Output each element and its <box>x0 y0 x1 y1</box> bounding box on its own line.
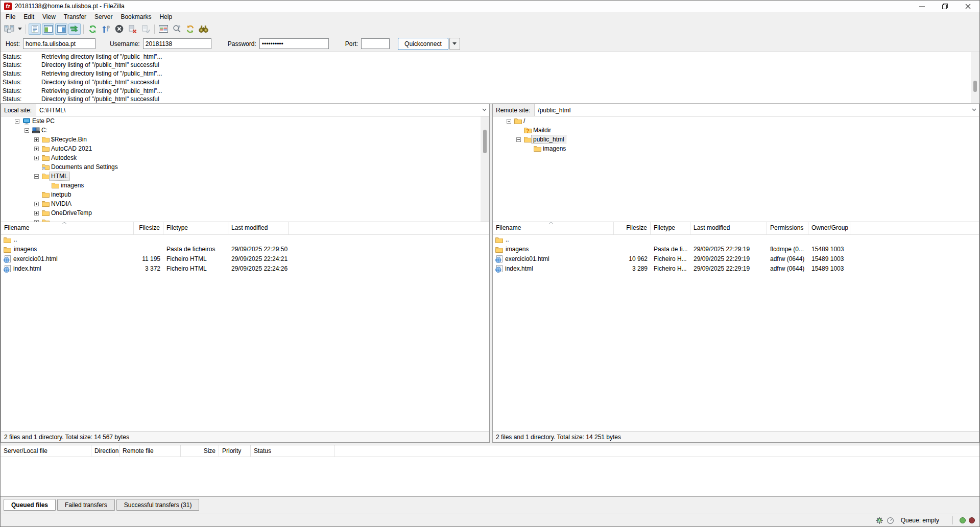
file-row-blank[interactable]: .. <box>493 235 979 245</box>
tree-item-blank[interactable] <box>1 218 489 222</box>
tree-item-recycle-bin[interactable]: $Recycle.Bin <box>1 135 489 144</box>
cancel-operation-button[interactable] <box>113 23 125 35</box>
queue-column-direction[interactable]: Direction <box>91 445 119 457</box>
column-header-filetype[interactable]: Filetype <box>163 222 228 234</box>
refresh-button[interactable] <box>86 23 99 35</box>
file-row-index-html[interactable]: index.html3 289Ficheiro H...29/09/2025 2… <box>493 264 979 274</box>
quickconnect-dropdown[interactable] <box>449 38 460 50</box>
file-filler-cell <box>850 245 979 254</box>
queue-column-server-local-file[interactable]: Server/Local file <box>1 445 91 457</box>
password-input[interactable] <box>259 38 329 49</box>
tree-item-c[interactable]: C: <box>1 126 489 135</box>
host-input[interactable] <box>23 38 95 49</box>
quickconnect-button[interactable]: Quickconnect <box>398 38 448 50</box>
cancel-icon <box>115 25 124 33</box>
column-header-owner-group[interactable]: Owner/Group <box>808 222 850 234</box>
expand-icon[interactable] <box>34 211 39 215</box>
local-tree-scrollbar-thumb[interactable] <box>483 130 487 153</box>
tab-queued-files[interactable]: Queued files <box>4 499 56 511</box>
file-row-imagens[interactable]: imagensPasta de ficheiros29/09/2025 22:2… <box>1 245 489 254</box>
queue-column-status[interactable]: Status <box>251 445 335 457</box>
tree-item-html[interactable]: HTML <box>1 172 489 181</box>
tab-successful-transfers-31[interactable]: Successful transfers (31) <box>116 499 200 511</box>
menu-edit[interactable]: Edit <box>19 12 38 21</box>
column-header-filesize[interactable]: Filesize <box>614 222 651 234</box>
menu-bookmarks[interactable]: Bookmarks <box>116 12 155 21</box>
queue-column-priority[interactable]: Priority <box>219 445 251 457</box>
expand-icon[interactable] <box>34 147 39 151</box>
queue-column-remote-file[interactable]: Remote file <box>119 445 181 457</box>
folder-icon <box>495 237 503 243</box>
site-manager-dropdown[interactable] <box>16 23 23 35</box>
menu-transfer[interactable]: Transfer <box>60 12 90 21</box>
toggle-local-tree-button[interactable] <box>42 23 54 35</box>
column-header-last-modified[interactable]: Last modified <box>690 222 767 234</box>
minimize-button[interactable] <box>911 1 934 12</box>
menu-view[interactable]: View <box>38 12 60 21</box>
tab-failed-transfers[interactable]: Failed transfers <box>57 499 115 511</box>
tree-item-public-html[interactable]: public_html <box>493 135 979 144</box>
tree-item-onedrivetemp[interactable]: OneDriveTemp <box>1 208 489 218</box>
directory-comparison-button[interactable] <box>157 23 170 35</box>
expand-icon[interactable] <box>34 202 39 206</box>
tree-item-este-pc[interactable]: Este PC <box>1 116 489 126</box>
toggle-transfer-queue-button[interactable] <box>68 23 81 35</box>
remote-site-combo[interactable]: /public_html <box>534 104 979 116</box>
port-input[interactable] <box>361 38 390 49</box>
tree-item-maildir[interactable]: ?Maildir <box>493 126 979 135</box>
menu-help[interactable]: Help <box>155 12 176 21</box>
column-header-last-modified[interactable]: Last modified <box>228 222 289 234</box>
file-row-blank[interactable]: .. <box>1 235 489 245</box>
collapse-icon[interactable] <box>516 137 521 142</box>
file-row-index-html[interactable]: index.html3 372Ficheiro HTML29/09/2025 2… <box>1 264 489 274</box>
collapse-icon[interactable] <box>507 119 511 124</box>
tree-item-imagens[interactable]: imagens <box>493 144 979 153</box>
toggle-remote-tree-button[interactable] <box>55 23 67 35</box>
tree-item-imagens[interactable]: imagens <box>1 181 489 190</box>
tree-item-autocad-2021[interactable]: AutoCAD 2021 <box>1 144 489 153</box>
column-header-filename[interactable]: Filename <box>1 222 134 234</box>
file-permissions-cell: adfrw (0644) <box>767 254 808 264</box>
site-manager-button[interactable] <box>3 23 15 35</box>
file-row-exercicio01-html[interactable]: exercicio01.html11 195Ficheiro HTML29/09… <box>1 254 489 264</box>
expand-icon[interactable] <box>34 137 39 142</box>
toolbar-separator <box>83 25 84 34</box>
auto-transfer-mode-icon[interactable]: A <box>875 516 883 524</box>
restore-button[interactable] <box>934 1 957 12</box>
disconnect-button[interactable] <box>126 23 138 35</box>
tree-item-inetpub[interactable]: inetpub <box>1 190 489 199</box>
local-tree-scrollbar[interactable] <box>481 116 489 222</box>
expand-icon[interactable] <box>34 156 39 160</box>
tree-item-blank[interactable]: / <box>493 116 979 126</box>
search-files-button[interactable] <box>197 23 209 35</box>
column-header-filename[interactable]: Filename <box>493 222 614 234</box>
queue-column-size[interactable]: Size <box>181 445 219 457</box>
close-button[interactable] <box>957 1 979 12</box>
column-header-filesize[interactable]: Filesize <box>134 222 163 234</box>
file-row-imagens[interactable]: imagensPasta de fi...29/09/2025 22:29:19… <box>493 245 979 254</box>
file-row-exercicio01-html[interactable]: exercicio01.html10 962Ficheiro H...29/09… <box>493 254 979 264</box>
toggle-message-log-button[interactable] <box>29 23 41 35</box>
chevron-down-icon[interactable] <box>482 108 487 111</box>
chevron-down-icon[interactable] <box>972 108 976 111</box>
tree-item-documents-and-settings[interactable]: Documents and Settings <box>1 162 489 172</box>
menu-file[interactable]: File <box>2 12 19 21</box>
log-scrollbar-thumb[interactable] <box>973 81 977 92</box>
tree-item-nvidia[interactable]: NVIDIA <box>1 199 489 208</box>
log-scrollbar[interactable] <box>971 52 979 103</box>
reconnect-button[interactable] <box>139 23 152 35</box>
synchronized-browsing-button[interactable] <box>184 23 196 35</box>
local-site-combo[interactable]: C:\HTML\ <box>36 104 489 116</box>
column-header-permissions[interactable]: Permissions <box>767 222 808 234</box>
menu-server[interactable]: Server <box>90 12 116 21</box>
process-queue-button[interactable] <box>100 23 112 35</box>
username-input[interactable] <box>143 38 211 49</box>
speed-limits-icon[interactable] <box>887 517 894 524</box>
collapse-icon[interactable] <box>25 128 29 133</box>
column-header-filetype[interactable]: Filetype <box>651 222 690 234</box>
directory-listing-filters-button[interactable] <box>171 23 183 35</box>
folder-link-icon <box>42 164 50 170</box>
collapse-icon[interactable] <box>15 119 19 124</box>
collapse-icon[interactable] <box>34 174 39 179</box>
tree-item-autodesk[interactable]: Autodesk <box>1 153 489 162</box>
